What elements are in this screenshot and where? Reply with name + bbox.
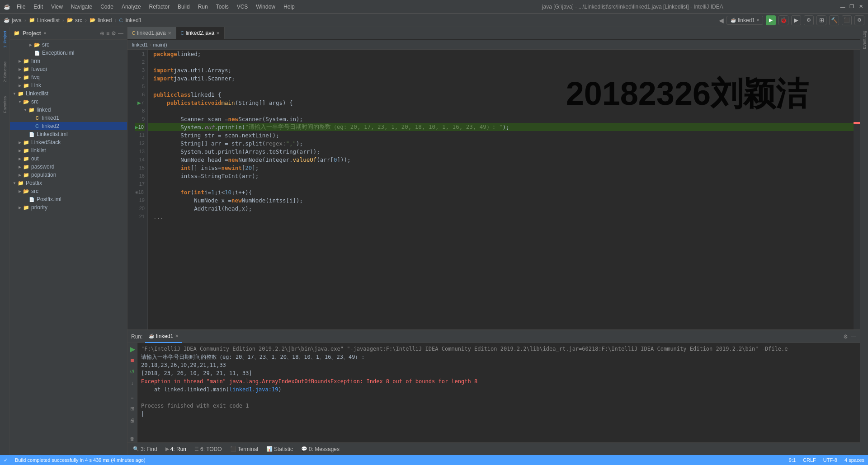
minimize-button[interactable]: —: [839, 3, 846, 10]
indent-setting[interactable]: 4 spaces: [844, 457, 864, 463]
tree-item-linked2[interactable]: C linked2: [10, 122, 127, 130]
menu-view[interactable]: View: [47, 3, 66, 11]
menu-vcs[interactable]: VCS: [233, 3, 252, 11]
more-run-button[interactable]: ⊞: [816, 15, 826, 25]
tree-item-postfix[interactable]: ▼ 📁 Postfix: [10, 179, 127, 187]
bottom-tab-terminal[interactable]: ⬛ Terminal: [227, 444, 261, 455]
tree-item-firm[interactable]: ▶ 📁 firm: [10, 57, 127, 65]
run-print-icon[interactable]: 🖨: [128, 416, 137, 424]
code-line-13: System.out.println(Arrays.toString(arr))…: [148, 147, 854, 155]
run-minimize-icon[interactable]: —: [851, 333, 856, 340]
run-play-button[interactable]: ▶: [128, 345, 137, 353]
menu-file[interactable]: File: [13, 3, 29, 11]
runline-icon2: ▶: [135, 125, 138, 130]
menu-build[interactable]: Build: [174, 3, 193, 11]
nav-java[interactable]: java: [12, 17, 22, 23]
bottom-tab-todo[interactable]: ☰ 6: TODO: [192, 444, 225, 455]
code-line-12: String[] arr = str.split( regex: ",");: [148, 139, 854, 147]
nav-linked1[interactable]: linked1: [124, 17, 142, 23]
bottom-tab-run[interactable]: ▶ 4: Run: [163, 444, 189, 455]
tree-item-linkedlist-iml[interactable]: 📄 Linkedlist.iml: [10, 130, 127, 138]
panel-locate-icon[interactable]: ⊕: [100, 30, 104, 37]
nav-linked[interactable]: linked: [98, 17, 112, 23]
breadcrumb-linked1[interactable]: linked1: [132, 42, 148, 47]
menu-help[interactable]: Help: [280, 3, 298, 11]
project-sidebar-tab[interactable]: 1: Project: [2, 29, 8, 50]
tree-item-linklist[interactable]: ▶ 📁 linklist: [10, 146, 127, 155]
menu-navigate[interactable]: Navigate: [67, 3, 96, 11]
nav-src[interactable]: src: [75, 17, 82, 23]
profile-button[interactable]: ⚙: [804, 15, 814, 25]
tab-linked2[interactable]: C linked2.java ✕: [176, 27, 225, 39]
folder-icon: 📁: [23, 147, 30, 154]
menu-refactor[interactable]: Refactor: [146, 3, 173, 11]
run-settings-icon[interactable]: ⚙: [843, 333, 848, 340]
tree-item-postfix-iml[interactable]: 📄 Postfix.iml: [10, 195, 127, 203]
panel-minimize-icon[interactable]: —: [118, 30, 123, 37]
menu-edit[interactable]: Edit: [30, 3, 47, 11]
event-log-tab[interactable]: Event Log: [862, 31, 867, 49]
run-filter-icon[interactable]: ⊞: [128, 405, 137, 413]
panel-settings-icon[interactable]: ⚙: [111, 30, 116, 37]
tree-item-src[interactable]: ▼ 📂 src: [10, 98, 127, 106]
run-tab-linked1[interactable]: ☕ linked1 ✕: [145, 330, 182, 343]
tree-item-linkedstack[interactable]: ▶ 📁 LinkedStack: [10, 138, 127, 146]
structure-sidebar-tab[interactable]: 2: Structure: [2, 60, 8, 85]
run-tab-close[interactable]: ✕: [175, 333, 179, 338]
tree-label: Postfix: [26, 180, 42, 186]
close-button[interactable]: ✕: [857, 3, 864, 10]
tab-linked1[interactable]: C linked1.java ✕: [127, 27, 176, 39]
tree-item-out[interactable]: ▶ 📁 out: [10, 155, 127, 163]
run-scroll-end-icon[interactable]: ↓: [128, 379, 137, 387]
tab-bar: C linked1.java ✕ C linked2.java ✕: [127, 27, 860, 40]
menu-analyze[interactable]: Analyze: [118, 3, 145, 11]
run-config[interactable]: ☕ linked1 ▾: [726, 16, 763, 25]
menu-code[interactable]: Code: [97, 3, 117, 11]
cursor-position[interactable]: 9:1: [789, 457, 796, 463]
run-output-link[interactable]: linked1.java:19: [229, 386, 278, 393]
bottom-tab-find[interactable]: 🔍 3: Find: [130, 444, 160, 455]
tab-linked2-close[interactable]: ✕: [216, 31, 220, 36]
search-everywhere-button[interactable]: ⬛: [842, 15, 852, 25]
tree-item-exception-iml[interactable]: 📄 Exception.iml: [10, 49, 127, 57]
tree-item-linked-folder[interactable]: ▼ 📁 linked: [10, 106, 127, 114]
line-7: ▶7: [137, 99, 145, 107]
panel-collapse-icon[interactable]: ≡: [106, 30, 109, 37]
tree-item-linkedlist[interactable]: ▼ 📁 Linkedlist: [10, 89, 127, 98]
nav-back-icon[interactable]: ◀: [719, 17, 724, 24]
tree-item-linked1[interactable]: C linked1: [10, 114, 127, 122]
menu-tools[interactable]: Tools: [212, 3, 232, 11]
breadcrumb-main[interactable]: main(): [153, 42, 167, 47]
menu-window[interactable]: Window: [252, 3, 279, 11]
debug-button[interactable]: 🐞: [778, 15, 788, 25]
tree-item-fwq[interactable]: ▶ 📁 fwq: [10, 73, 127, 81]
tree-item-link[interactable]: ▶ 📁 Link: [10, 81, 127, 89]
run-wrap-icon[interactable]: ≡: [128, 394, 137, 402]
tab-linked1-close[interactable]: ✕: [168, 31, 171, 36]
line-gutter: 1 2 3 4 5 6 ▶7 8 9 ▶10 11 12 13 14 15 16: [127, 50, 148, 329]
tree-item-src-exception[interactable]: ▶ 📂 src: [10, 41, 127, 49]
maximize-button[interactable]: ❐: [848, 3, 855, 10]
nav-linkedlist[interactable]: Linkedlist: [37, 17, 60, 23]
run-stop-button[interactable]: ■: [128, 357, 137, 364]
settings-button[interactable]: ⚙: [854, 15, 864, 25]
line-ending[interactable]: CRLF: [803, 457, 816, 463]
tree-item-password[interactable]: ▶ 📁 password: [10, 163, 127, 171]
tree-item-postfix-src[interactable]: ▶ 📂 src: [10, 187, 127, 195]
bottom-tab-statistic[interactable]: 📊 Statistic: [264, 444, 296, 455]
coverage-button[interactable]: ▶: [791, 15, 801, 25]
run-trash-icon[interactable]: 🗑: [128, 435, 137, 442]
code-content[interactable]: package linked; import java.util.Arrays;…: [148, 50, 854, 329]
tree-item-population[interactable]: ▶ 📁 population: [10, 171, 127, 179]
tree-item-priority[interactable]: ▶ 📁 priority: [10, 203, 127, 211]
file-encoding[interactable]: UTF-8: [823, 457, 837, 463]
run-rerun-button[interactable]: ↺: [128, 368, 137, 376]
bottom-tab-messages[interactable]: 💬 0: Messages: [298, 444, 342, 455]
run-output[interactable]: "F:\IntelliJ IDEA Community Edition 2019…: [137, 343, 860, 442]
build-button[interactable]: 🔨: [829, 15, 839, 25]
run-button[interactable]: ▶: [766, 15, 776, 25]
favorites-sidebar-tab[interactable]: Favorites: [2, 94, 8, 115]
menu-run[interactable]: Run: [194, 3, 212, 11]
tree-item-fuwuqi[interactable]: ▶ 📁 fuwuqi: [10, 65, 127, 73]
tree-label: linked: [37, 107, 51, 113]
